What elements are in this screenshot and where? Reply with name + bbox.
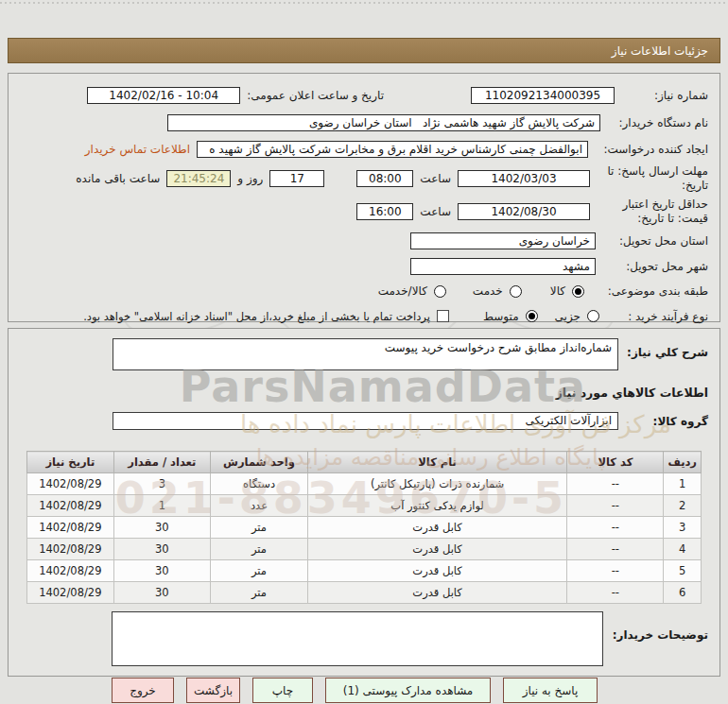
cell-code: -- (567, 539, 664, 560)
items-panel: شرح کلي نیاز: شماره‌انداز مطابق شرح درخو… (8, 328, 720, 677)
radio-partial[interactable] (587, 310, 599, 322)
reply-deadline-time-field[interactable]: 08:00 (356, 170, 413, 187)
reply-to-need-button[interactable]: پاسخ به نیاز (503, 678, 598, 703)
announce-datetime-field[interactable]: 1402/02/16 - 10:04 (87, 87, 240, 104)
radio-partial-label: جزیی (555, 310, 581, 323)
general-description-field[interactable]: شماره‌انداز مطابق شرح درخواست خرید پیوست (113, 338, 618, 370)
delivery-city-field[interactable]: مشهد (410, 258, 596, 275)
need-number-label: شماره نیاز: (621, 89, 708, 102)
cell-unit: متر (211, 539, 308, 560)
page-title-text: جزئیات اطلاعات نیاز (612, 44, 708, 58)
cell-date: 1402/08/29 (27, 582, 114, 604)
items-table: ردیف کد کالا نام کالا واحد شمارش تعداد /… (26, 451, 702, 604)
col-item-name: نام کالا (307, 452, 566, 473)
col-need-date: تاریخ نیاز (27, 452, 114, 473)
radio-medium-label: متوسط (483, 310, 519, 323)
view-attachments-button[interactable]: مشاهده مدارک پیوستی (1) (325, 678, 491, 703)
col-row: ردیف (664, 452, 702, 473)
buyer-notes-field[interactable] (112, 611, 603, 666)
table-row: 1 -- شمارنده ذرات (پارتیکل کانتر) دستگاه… (27, 473, 702, 495)
price-validity-time-field[interactable]: 16:00 (356, 203, 413, 220)
treasury-docs-checkbox[interactable] (437, 310, 449, 322)
cell-qty: 3 (113, 473, 210, 495)
col-item-code: کد کالا (567, 452, 664, 473)
price-validity-hour-label: ساعت (420, 205, 451, 218)
back-button[interactable]: بازگشت (186, 678, 240, 703)
page-title: جزئیات اطلاعات نیاز (8, 38, 720, 63)
cell-name: کابل قدرت (307, 517, 566, 539)
delivery-city-label: شهر محل تحویل: (602, 260, 708, 273)
radio-medium[interactable] (526, 310, 538, 322)
cell-row: 1 (664, 473, 702, 495)
radio-goods-service-label: کالا/خدمت (378, 284, 427, 298)
need-number-field[interactable]: 1102092134000395 (471, 87, 615, 104)
reply-deadline-label: مهلت ارسال پاسخ: تا تاریخ: (597, 164, 708, 193)
buyer-contact-link[interactable]: اطلاعات تماس خریدار (85, 143, 190, 156)
cell-unit: متر (211, 560, 308, 582)
table-row: 2 -- لوازم یدکی کنتور آب عدد 1 1402/08/2… (27, 495, 702, 517)
delivery-province-field[interactable]: خراسان رضوی (410, 232, 596, 249)
cell-row: 3 (664, 517, 702, 539)
cell-unit: عدد (211, 495, 308, 517)
col-unit: واحد شمارش (211, 452, 308, 473)
cell-date: 1402/08/29 (27, 517, 114, 539)
request-creator-label: ایجاد کننده درخواست: (595, 143, 708, 156)
print-button[interactable]: چاپ (252, 678, 313, 703)
cell-code: -- (567, 582, 664, 604)
cell-date: 1402/08/29 (27, 473, 114, 495)
cell-qty: 1 (113, 495, 210, 517)
items-section-heading: اطلاعات کالاهاي مورد نیاز (20, 386, 708, 400)
time-left-field: 21:45:24 (166, 170, 231, 187)
table-row: 5 -- کابل قدرت متر 30 1402/08/29 (27, 560, 702, 582)
subject-class-label: طبقه بندی موضوعی: (591, 284, 708, 298)
cell-date: 1402/08/29 (27, 560, 114, 582)
radio-goods-service[interactable] (434, 285, 446, 298)
exit-button[interactable]: خروج (112, 678, 174, 703)
days-left-field: 17 (269, 170, 324, 187)
cell-name: کابل قدرت (307, 539, 566, 560)
price-validity-label: حداقل تاریخ اعتبار قیمت: تا تاریخ: (597, 197, 708, 226)
buyer-org-field[interactable]: شرکت پالایش گاز شهید هاشمی نژاد استان خر… (167, 114, 600, 131)
cell-row: 6 (664, 582, 702, 604)
goods-group-field[interactable]: ابزارآلات الکتریکی (113, 412, 618, 430)
buyer-org-label: نام دستگاه خریدار: (607, 116, 708, 129)
table-row: 6 -- کابل قدرت متر 30 1402/08/29 (27, 582, 702, 604)
cell-unit: متر (211, 582, 308, 604)
table-row: 4 -- کابل قدرت متر 30 1402/08/29 (27, 539, 702, 560)
cell-qty: 30 (113, 517, 210, 539)
action-button-bar: پاسخ به نیاز مشاهده مدارک پیوستی (1) چاپ… (0, 678, 728, 703)
time-left-label: ساعت باقی مانده (76, 172, 160, 185)
radio-service-label: خدمت (473, 284, 503, 298)
goods-group-label: گروه کالا: (625, 415, 708, 428)
need-info-panel: شماره نیاز: 1102092134000395 تاریخ و ساع… (8, 73, 720, 322)
reply-deadline-date-field[interactable]: 1402/03/03 (458, 170, 590, 187)
cell-qty: 30 (113, 582, 210, 604)
purchase-type-label: نوع فرآیند خرید : (606, 310, 708, 323)
cell-unit: متر (211, 517, 308, 539)
request-creator-field[interactable]: ابوالفضل چمنی کارشناس خرید اقلام برق و م… (197, 141, 588, 158)
radio-goods-label: کالا (550, 284, 565, 298)
delivery-province-label: استان محل تحویل: (602, 234, 708, 248)
cell-name: کابل قدرت (307, 560, 566, 582)
days-left-label: روز و (237, 172, 263, 185)
cell-name: کابل قدرت (307, 582, 566, 604)
table-row: 3 -- کابل قدرت متر 30 1402/08/29 (27, 517, 702, 539)
cell-qty: 30 (113, 539, 210, 560)
radio-goods[interactable] (572, 285, 584, 298)
cell-name: شمارنده ذرات (پارتیکل کانتر) (307, 473, 566, 495)
radio-service[interactable] (510, 285, 522, 298)
general-description-label: شرح کلي نیاز: (625, 338, 708, 359)
cell-name: لوازم یدکی کنتور آب (307, 495, 566, 517)
price-validity-date-field[interactable]: 1402/08/30 (458, 203, 590, 220)
announce-datetime-label: تاریخ و ساعت اعلان عمومی: (247, 89, 384, 102)
treasury-docs-label: پرداخت تمام یا بخشی از مبلغ خرید،از محل … (83, 310, 430, 323)
reply-deadline-hour-label: ساعت (420, 172, 451, 185)
cell-date: 1402/08/29 (27, 495, 114, 517)
cell-code: -- (567, 560, 664, 582)
cell-row: 4 (664, 539, 702, 560)
cell-qty: 30 (113, 560, 210, 582)
cell-code: -- (567, 473, 664, 495)
cell-date: 1402/08/29 (27, 539, 114, 560)
cell-unit: دستگاه (211, 473, 308, 495)
buyer-notes-label: توضیحات خریدار: (610, 611, 708, 642)
